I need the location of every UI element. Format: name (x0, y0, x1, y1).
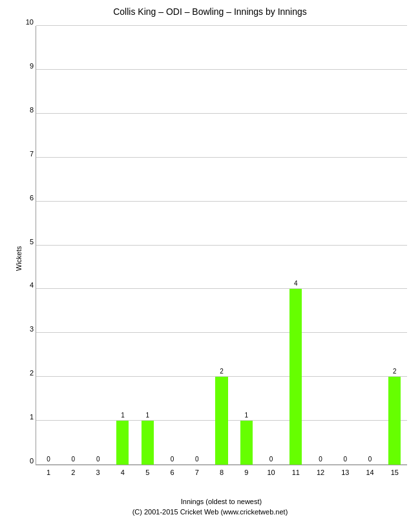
bar-innings-8 (215, 377, 227, 465)
x-tick-label-8: 8 (220, 469, 224, 476)
bar-value-label-1: 0 (47, 456, 50, 463)
x-tick-label-15: 15 (391, 469, 399, 476)
y-tick-label: 4 (30, 281, 34, 289)
y-axis-label: Wickets (15, 246, 23, 271)
y-tick-label: 6 (30, 194, 34, 202)
y-tick-label: 0 (30, 457, 34, 465)
x-tick-label-13: 13 (341, 469, 349, 476)
bar-innings-5 (142, 421, 154, 465)
grid-line (36, 113, 407, 114)
x-tick-label-9: 9 (244, 469, 248, 476)
y-tick-label: 1 (30, 413, 34, 421)
grid-line (36, 201, 407, 202)
bar-value-label-14: 0 (368, 456, 372, 463)
x-tick-label-14: 14 (366, 469, 373, 476)
chart-container: Collis King – ODI – Bowling – Innings by… (0, 0, 420, 517)
x-tick-label-7: 7 (195, 469, 199, 476)
copyright-label: (C) 2001-2015 Cricket Web (www.cricketwe… (0, 508, 420, 516)
bar-value-label-15: 2 (393, 368, 397, 375)
chart-title: Collis King – ODI – Bowling – Innings by… (0, 0, 420, 20)
bar-value-label-7: 0 (195, 456, 199, 463)
bar-innings-4 (116, 421, 129, 465)
bar-value-label-9: 1 (244, 412, 248, 419)
x-tick-label-2: 2 (71, 469, 75, 476)
grid-line (36, 245, 407, 246)
chart-area: 0123456789100102031415060728190104110120… (36, 26, 407, 465)
y-tick-label: 5 (30, 238, 34, 246)
x-tick-label-5: 5 (145, 469, 149, 476)
bar-innings-11 (289, 289, 302, 465)
x-tick-label-12: 12 (317, 469, 324, 476)
x-tick-label-3: 3 (96, 469, 100, 476)
grid-line (36, 25, 407, 26)
x-tick-label-4: 4 (121, 469, 125, 476)
grid-line (36, 69, 407, 70)
bar-innings-9 (240, 421, 253, 465)
bar-value-label-12: 0 (319, 456, 322, 463)
bar-value-label-3: 0 (96, 456, 100, 463)
bar-value-label-8: 2 (220, 368, 224, 375)
bar-value-label-2: 0 (72, 456, 76, 463)
bar-value-label-5: 1 (145, 412, 149, 419)
x-tick-label-11: 11 (292, 469, 300, 476)
y-tick-label: 10 (26, 18, 34, 26)
x-tick-label-10: 10 (267, 469, 275, 476)
bar-value-label-11: 4 (294, 280, 298, 287)
bar-value-label-10: 0 (269, 456, 273, 463)
bar-value-label-4: 1 (121, 412, 125, 419)
grid-line (36, 288, 407, 289)
y-tick-label: 8 (30, 106, 34, 114)
bar-value-label-6: 0 (171, 456, 174, 463)
bar-innings-15 (388, 377, 401, 465)
grid-line (36, 157, 407, 158)
bar-value-label-13: 0 (344, 456, 348, 463)
y-tick-label: 2 (30, 369, 34, 377)
x-tick-label-1: 1 (47, 469, 50, 476)
x-tick-label-6: 6 (170, 469, 174, 476)
grid-line (36, 332, 407, 333)
y-tick-label: 3 (30, 325, 34, 333)
y-tick-label: 7 (30, 150, 34, 158)
x-axis-label: Innings (oldest to newest) (36, 498, 407, 505)
y-tick-label: 9 (30, 62, 34, 70)
